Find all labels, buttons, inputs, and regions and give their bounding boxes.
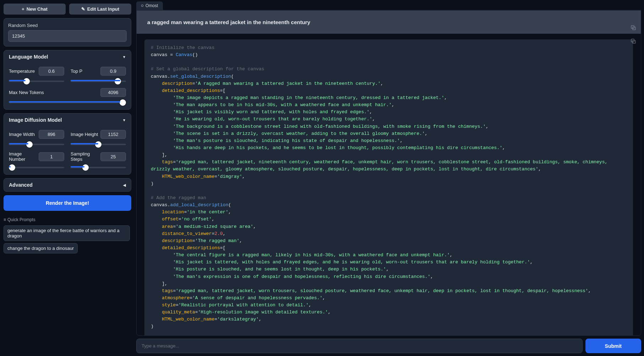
temperature-label: Temperature [9,69,35,74]
number-slider[interactable] [9,167,64,168]
advanced-label: Advanced [9,182,33,188]
top-p-slider[interactable] [71,81,126,82]
width-input[interactable] [39,130,64,139]
seed-input[interactable] [8,30,127,42]
width-label: Image Width [9,132,35,137]
number-input[interactable] [39,152,64,161]
quick-prompt-2[interactable]: change the dragon to a dinosaur [4,243,78,253]
temperature-input[interactable] [39,67,64,76]
edit-last-button[interactable]: ✎Edit Last Input [69,4,131,15]
chat-scroll[interactable]: a ragged man wearing a tattered jacket i… [137,11,641,335]
height-input[interactable] [100,130,126,139]
top-p-label: Top P [71,69,82,74]
height-label: Image Height [71,132,98,137]
diffusion-model-panel: Image Diffusion Model▼ Image Width Image… [4,113,131,175]
tab-omost[interactable]: Omost [136,1,163,10]
user-message-text: a ragged man wearing a tattered jacket i… [147,19,310,25]
steps-input[interactable] [100,152,126,161]
sidebar: +New Chat ✎Edit Last Input Random Seed L… [0,0,135,356]
max-tokens-slider[interactable] [9,102,126,103]
dm-header-label: Image Diffusion Model [9,117,62,123]
temperature-slider[interactable] [9,81,64,82]
render-button[interactable]: Render the Image! [4,195,131,211]
tab-label: Omost [145,3,158,8]
chevron-left-icon: ◀ [123,183,126,187]
chevron-down-icon: ▼ [122,118,126,122]
quick-prompt-1[interactable]: generate an image of the fierce battle o… [4,225,130,241]
chat-area: a ragged man wearing a tattered jacket i… [136,10,641,336]
assistant-message: # Initialize the canvas canvas = Canvas(… [137,34,641,335]
qp-header-label: Quick Prompts [7,217,35,222]
steps-label: Sampling Steps [71,151,100,162]
seed-panel: Random Seed [4,18,131,46]
new-chat-button[interactable]: +New Chat [4,4,66,15]
lm-header-label: Language Model [9,54,48,60]
quick-prompts-header: ≡Quick Prompts [4,217,131,222]
width-slider[interactable] [9,144,64,145]
main-content: Omost a ragged man wearing a tattered ja… [135,0,644,356]
edit-last-label: Edit Last Input [87,6,119,12]
chevron-down-icon: ▼ [122,55,126,59]
number-label: Image Number [9,151,39,162]
user-message: a ragged man wearing a tattered jacket i… [137,11,641,34]
list-icon: ≡ [4,217,6,222]
submit-button[interactable]: Submit [585,339,641,353]
height-slider[interactable] [71,144,126,145]
steps-slider[interactable] [71,167,126,168]
copy-icon[interactable] [630,38,637,44]
max-tokens-label: Max New Tokens [9,90,44,95]
copy-icon[interactable] [630,24,637,31]
lm-header[interactable]: Language Model▼ [4,50,131,63]
top-p-input[interactable] [100,67,126,76]
tab-bar: Omost [136,1,641,10]
language-model-panel: Language Model▼ Temperature Top P Max Ne… [4,50,131,110]
advanced-panel[interactable]: Advanced◀ [4,178,131,192]
code-block: # Initialize the canvas canvas = Canvas(… [144,39,633,335]
plus-icon: + [22,6,24,12]
seed-label: Random Seed [8,23,127,28]
tab-icon [141,5,143,7]
pencil-icon: ✎ [81,6,85,12]
new-chat-label: New Chat [27,6,48,12]
message-input[interactable] [136,339,583,353]
dm-header[interactable]: Image Diffusion Model▼ [4,114,131,126]
max-tokens-input[interactable] [100,88,126,97]
